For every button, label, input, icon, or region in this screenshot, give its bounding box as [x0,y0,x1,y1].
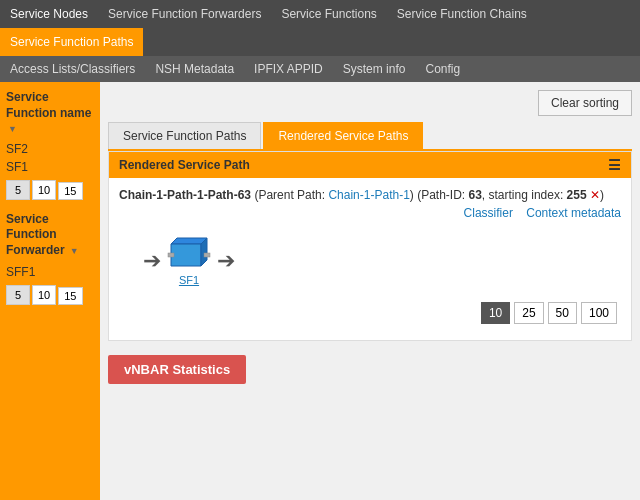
rsp-classifier-link[interactable]: Classifier [464,206,513,220]
rsp-card-body: Chain-1-Path-1-Path-63 (Parent Path: Cha… [109,178,631,340]
sidebar-sff-page-10[interactable]: 10 [32,285,56,305]
content-area: Clear sorting Service Function Paths Ren… [100,82,640,500]
page-size-100[interactable]: 100 [581,302,617,324]
rsp-card-title: Rendered Service Path [119,158,250,172]
rsp-path-info: Chain-1-Path-1-Path-63 (Parent Path: Cha… [119,188,621,202]
nav-service-function-paths[interactable]: Service Function Paths [0,28,143,56]
sidebar-sf-sort-icon[interactable]: ▼ [8,124,17,134]
nav-nsh-metadata[interactable]: NSH Metadata [145,56,244,82]
nav-service-function-forwarders[interactable]: Service Function Forwarders [98,0,271,28]
sidebar-sff-label: Service Function Forwarder ▼ [6,212,94,259]
nav-service-function-chains[interactable]: Service Function Chains [387,0,537,28]
sidebar-sf-item-sf1[interactable]: SF1 [6,158,94,176]
clear-sorting-button[interactable]: Clear sorting [538,90,632,116]
tab-bar: Service Function Paths Rendered Service … [108,122,632,151]
sidebar-sf-item-sf2[interactable]: SF2 [6,140,94,158]
svg-rect-4 [204,253,210,257]
arrow-right: ➔ [217,248,235,274]
content-header: Clear sorting [108,90,632,116]
nav-service-functions[interactable]: Service Functions [271,0,386,28]
nav-access-lists[interactable]: Access Lists/Classifiers [0,56,145,82]
sidebar-sff-pagination: 5 10 15 [6,285,94,305]
rsp-starting-index-value: 255 [567,188,587,202]
rsp-path-name[interactable]: Chain-1-Path-1-Path-63 [119,188,251,202]
sidebar-sf-label: Service Function name ▼ [6,90,94,136]
tab-service-function-paths[interactable]: Service Function Paths [108,122,261,149]
nav-config[interactable]: Config [415,56,470,82]
rsp-card-header: Rendered Service Path ☰ [109,152,631,178]
page-size-10[interactable]: 10 [481,302,510,324]
rsp-parent-path-value[interactable]: Chain-1-Path-1 [328,188,409,202]
rsp-links: Classifier Context metadata [119,206,621,220]
sf-cube-icon [165,236,213,272]
sidebar-sff-item-sff1[interactable]: SFF1 [6,263,94,281]
rsp-delete-icon[interactable]: ✕ [590,188,600,202]
sidebar-sff-page-15[interactable]: 15 [58,287,82,305]
sidebar-sff-sort-icon[interactable]: ▼ [70,246,79,256]
page-size-50[interactable]: 50 [548,302,577,324]
sidebar-sff-section: Service Function Forwarder ▼ SFF1 5 10 1… [6,212,94,305]
sidebar-sf-pagination: 5 10 15 [6,180,94,200]
pagination-row: 10 25 50 100 [119,296,621,330]
sidebar: Service Function name ▼ SF2 SF1 5 10 15 … [0,82,100,500]
top-nav: Service Nodes Service Function Forwarder… [0,0,640,82]
sf-label[interactable]: SF1 [179,274,199,286]
svg-marker-1 [171,244,201,266]
tab-rendered-service-paths[interactable]: Rendered Service Paths [263,122,423,149]
nav-ipfix-appid[interactable]: IPFIX APPID [244,56,333,82]
sf-box[interactable]: SF1 [165,236,213,286]
nav-service-nodes[interactable]: Service Nodes [0,0,98,28]
rsp-card: Rendered Service Path ☰ Chain-1-Path-1-P… [108,151,632,341]
sidebar-sf-page-15[interactable]: 15 [58,182,82,200]
rsp-card-header-icon: ☰ [608,157,621,173]
page-size-25[interactable]: 25 [514,302,543,324]
nav-system-info[interactable]: System info [333,56,416,82]
rsp-path-id-value: 63 [469,188,482,202]
rsp-path-id-label: Path-ID: [421,188,465,202]
vnbar-statistics-button[interactable]: vNBAR Statistics [108,355,246,384]
sidebar-sf-section: Service Function name ▼ SF2 SF1 5 10 15 [6,90,94,200]
rsp-starting-index-label: starting index: [489,188,564,202]
sidebar-sf-page-5[interactable]: 5 [6,180,30,200]
rsp-context-metadata-link[interactable]: Context metadata [526,206,621,220]
svg-rect-3 [168,253,174,257]
sf-diagram: ➔ [119,226,621,296]
sidebar-sf-page-10[interactable]: 10 [32,180,56,200]
sidebar-sff-page-5[interactable]: 5 [6,285,30,305]
rsp-parent-path-label: Parent Path: [258,188,325,202]
arrow-left: ➔ [143,248,161,274]
